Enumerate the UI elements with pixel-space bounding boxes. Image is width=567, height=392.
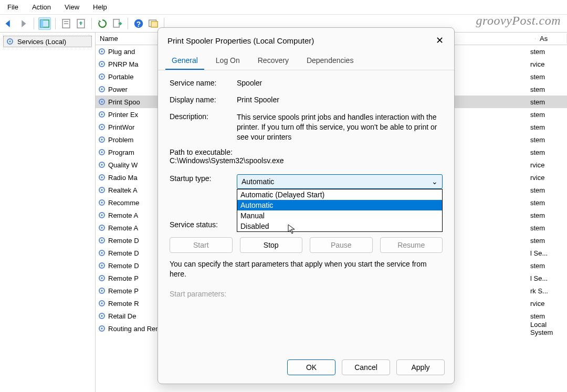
cell-logon: stem	[530, 136, 567, 144]
menu-help[interactable]: Help	[91, 2, 109, 12]
combo-option-delayed[interactable]: Automatic (Delayed Start)	[237, 189, 442, 200]
tab-logon[interactable]: Log On	[209, 52, 246, 70]
label-startup-type: Startup type:	[170, 174, 237, 189]
svg-point-20	[101, 88, 103, 90]
gear-icon	[98, 98, 106, 106]
forward-icon[interactable]	[17, 17, 29, 30]
cell-logon: stem	[530, 111, 567, 119]
tab-recovery[interactable]: Recovery	[251, 52, 295, 70]
tab-dependencies[interactable]: Dependencies	[300, 52, 360, 70]
svg-point-50	[101, 277, 103, 279]
cell-logon: l Se...	[530, 274, 567, 282]
cell-logon: rvice	[530, 300, 567, 308]
svg-point-36	[101, 189, 103, 191]
cell-logon: Local System	[530, 321, 567, 336]
svg-point-40	[101, 214, 103, 216]
resume-button: Resume	[380, 237, 443, 253]
separator-icon	[34, 18, 34, 29]
cell-logon: l Se...	[530, 249, 567, 257]
apply-button[interactable]: Apply	[396, 359, 445, 375]
tree-item-services-local[interactable]: Services (Local)	[3, 36, 92, 47]
svg-point-12	[9, 40, 11, 43]
dialog-footer: OK Cancel Apply	[158, 353, 454, 384]
svg-point-38	[101, 202, 103, 204]
export-list-icon[interactable]	[111, 17, 123, 30]
gear-icon	[98, 299, 106, 308]
cell-logon: stem	[530, 73, 567, 81]
gear-icon	[98, 312, 106, 320]
svg-point-16	[101, 63, 103, 65]
refresh-icon[interactable]	[96, 17, 109, 30]
dialog-title: Print Spooler Properties (Local Computer…	[167, 36, 314, 45]
gear-icon	[98, 274, 106, 282]
cell-logon: rvice	[530, 161, 567, 169]
label-path: Path to executable:	[170, 148, 443, 156]
svg-point-54	[101, 302, 103, 304]
separator-icon	[128, 18, 128, 29]
menu-view[interactable]: View	[62, 2, 81, 12]
gear-icon	[98, 85, 106, 93]
svg-text:?: ?	[136, 20, 141, 28]
gear-icon	[98, 72, 106, 81]
cell-logon: stem	[530, 211, 567, 219]
ok-button[interactable]: OK	[287, 359, 335, 375]
close-icon[interactable]: ✕	[432, 33, 447, 48]
combo-option-automatic[interactable]: Automatic	[237, 200, 442, 210]
back-icon[interactable]	[2, 17, 15, 30]
cell-logon: stem	[530, 123, 567, 131]
cell-logon: stem	[530, 224, 567, 232]
stop-button[interactable]: Stop	[240, 237, 303, 253]
dialog-body: Service name: Spooler Display name: Prin…	[158, 70, 454, 353]
combo-option-disabled[interactable]: Disabled	[237, 221, 442, 231]
cell-logon: stem	[530, 86, 567, 93]
svg-point-14	[101, 50, 103, 52]
gear-icon	[98, 261, 106, 270]
cancel-button[interactable]: Cancel	[342, 359, 390, 375]
svg-point-26	[101, 126, 103, 128]
gear-icon	[98, 60, 106, 68]
watermark: groovyPost.com	[476, 14, 561, 28]
value-display-name: Print Spooler	[237, 96, 443, 104]
column-logon[interactable]: As	[536, 34, 567, 44]
gear-icon	[98, 47, 106, 56]
tab-general[interactable]: General	[165, 52, 204, 70]
gear-icon	[98, 161, 106, 169]
svg-point-32	[101, 164, 103, 166]
cell-logon: rvice	[530, 174, 567, 182]
svg-rect-10	[151, 21, 158, 27]
value-service-name: Spooler	[237, 79, 443, 87]
svg-point-58	[101, 327, 103, 330]
menu-action[interactable]: Action	[30, 2, 53, 12]
start-button: Start	[170, 237, 233, 253]
gear-icon	[98, 173, 106, 182]
menu-file[interactable]: File	[5, 2, 20, 12]
export-icon[interactable]	[75, 17, 87, 30]
gear-icon	[98, 249, 106, 257]
services-icon	[6, 37, 14, 46]
label-service-status: Service status:	[170, 220, 237, 229]
label-start-params: Start parameters:	[170, 290, 237, 298]
dialog-tabs: General Log On Recovery Dependencies	[158, 52, 454, 70]
properties-icon[interactable]	[60, 17, 72, 30]
show-hide-tree-icon[interactable]	[38, 17, 51, 30]
startup-type-combo[interactable]: Automatic ⌄ Automatic (Delayed Start) Au…	[237, 174, 443, 189]
svg-point-44	[101, 239, 103, 241]
cell-logon: stem	[530, 237, 567, 245]
svg-point-18	[101, 76, 103, 78]
cell-logon: stem	[530, 312, 567, 320]
gear-icon	[98, 211, 106, 219]
gear-icon	[98, 236, 106, 245]
label-description: Description:	[170, 112, 237, 140]
label-service-name: Service name:	[170, 79, 237, 87]
cell-logon: stem	[530, 262, 567, 270]
svg-point-28	[101, 139, 103, 141]
gear-icon	[98, 186, 106, 194]
gear-icon	[98, 135, 106, 144]
cell-logon: stem	[530, 48, 567, 56]
gear-icon	[98, 110, 106, 119]
tree-pane: Services (Local)	[0, 33, 96, 392]
combo-option-manual[interactable]: Manual	[237, 210, 442, 221]
svg-point-34	[101, 176, 103, 178]
svg-rect-6	[113, 19, 119, 27]
help-icon[interactable]: ?	[132, 17, 145, 30]
